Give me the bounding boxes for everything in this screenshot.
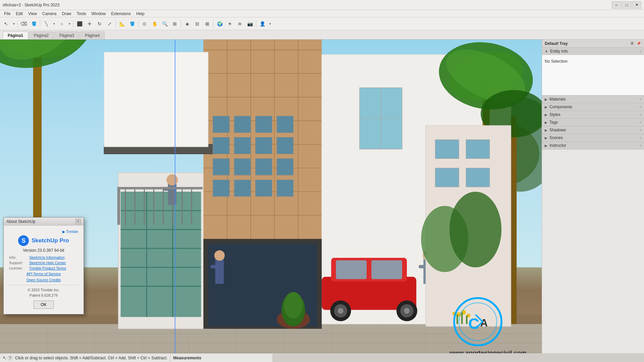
fog-button[interactable]: ≋ xyxy=(235,19,245,28)
push-pull-button[interactable]: ⬛ xyxy=(75,19,84,28)
shapes-tool-button[interactable]: ○ xyxy=(57,19,66,28)
styles-button[interactable]: ◈ xyxy=(182,19,192,28)
section-cuts-button[interactable]: ⊠ xyxy=(203,19,212,28)
product-name: SketchUp Pro xyxy=(32,237,69,244)
svg-rect-67 xyxy=(277,180,293,196)
svg-rect-61 xyxy=(234,159,251,175)
tab-pagina3[interactable]: Página3 xyxy=(54,32,79,39)
toolbar-sep-8 xyxy=(256,20,256,28)
tray-pin-icon[interactable]: 📌 xyxy=(636,41,641,46)
zoom-extents-button[interactable]: ⊞ xyxy=(170,19,179,28)
section-planes-button[interactable]: ⊟ xyxy=(193,19,202,28)
zoom-tool-button[interactable]: 🔍 xyxy=(160,19,169,28)
materials-header[interactable]: ▶ Materials × xyxy=(542,96,644,103)
svg-point-101 xyxy=(214,250,225,261)
svg-text:www.aportesingecivil.com: www.aportesingecivil.com xyxy=(449,349,527,353)
menu-view[interactable]: View xyxy=(25,11,40,17)
svg-rect-56 xyxy=(213,137,229,154)
support-value-link[interactable]: SketchUp Help Center xyxy=(29,261,78,265)
move-tool-button[interactable]: ✛ xyxy=(85,19,94,28)
menu-edit[interactable]: Edit xyxy=(13,11,25,17)
scale-tool-button[interactable]: ⤢ xyxy=(105,19,114,28)
paint-bucket-button[interactable]: 🪣 xyxy=(29,19,39,28)
orbit-tool-button[interactable]: ⊙ xyxy=(140,19,149,28)
shadows-header[interactable]: ▶ Shadows × xyxy=(542,126,644,134)
line-dropdown-button[interactable]: ▾ xyxy=(52,19,56,28)
menu-help[interactable]: Help xyxy=(133,11,147,17)
components-section: ▶ Components × xyxy=(542,103,644,111)
eraser-tool-button[interactable]: ⌫ xyxy=(19,19,29,28)
svg-point-96 xyxy=(404,308,410,314)
shadow-tool-button[interactable]: ☀ xyxy=(225,19,234,28)
about-separator xyxy=(9,285,78,285)
select-tool-button[interactable]: ↖ xyxy=(1,19,11,28)
menu-file[interactable]: File xyxy=(1,11,13,17)
menu-extensions[interactable]: Extensions xyxy=(108,11,133,17)
shapes-dropdown-button[interactable]: ▾ xyxy=(67,19,72,28)
user-account-button[interactable]: 👤 xyxy=(258,19,267,28)
tags-header[interactable]: ▶ Tags × xyxy=(542,119,644,126)
menu-camera[interactable]: Camera xyxy=(40,11,59,17)
about-dialog: About SketchUp × ▶ Trimble S SketchUp Pr… xyxy=(3,217,84,314)
match-photo-button[interactable]: 📷 xyxy=(245,19,255,28)
svg-rect-60 xyxy=(213,159,229,175)
info-value-link[interactable]: SketchUp Information xyxy=(29,255,78,259)
menu-window[interactable]: Window xyxy=(89,11,109,17)
styles-header[interactable]: ▶ Styles × xyxy=(542,111,644,118)
materials-arrow: ▶ xyxy=(545,98,547,101)
components-pin[interactable]: × xyxy=(639,105,641,109)
menu-draw[interactable]: Draw xyxy=(59,11,74,17)
user-dropdown-button[interactable]: ▾ xyxy=(268,19,272,28)
open-source-row: Open Source Credits xyxy=(9,278,78,282)
entity-info-header[interactable]: ▼ Entity Info × xyxy=(542,48,644,55)
open-source-link[interactable]: Open Source Credits xyxy=(26,278,61,282)
geo-location-button[interactable]: 🌍 xyxy=(215,19,224,28)
pan-tool-button[interactable]: ✋ xyxy=(150,19,159,28)
license-row: License: Trimble Product Terms xyxy=(9,266,78,270)
default-tray-header: Default Tray ☰ 📌 xyxy=(542,40,644,48)
menu-tools[interactable]: Tools xyxy=(74,11,89,17)
right-panel: Default Tray ☰ 📌 ▼ Entity Info × No Sele… xyxy=(542,40,644,353)
license-value-link[interactable]: Trimble Product Terms xyxy=(29,266,78,270)
svg-rect-66 xyxy=(256,180,272,196)
line-tool-button[interactable]: ╲ xyxy=(42,19,51,28)
rotate-tool-button[interactable]: ↻ xyxy=(95,19,104,28)
svg-rect-122 xyxy=(461,312,463,324)
tab-pagina2[interactable]: Página2 xyxy=(29,32,54,39)
entity-info-arrow: ▼ xyxy=(545,50,548,53)
select-dropdown-button[interactable]: ▾ xyxy=(11,19,16,28)
entity-info-pin[interactable]: × xyxy=(639,50,641,53)
svg-rect-54 xyxy=(256,116,272,132)
toolbar-sep-4 xyxy=(116,20,116,28)
tags-section: ▶ Tags × xyxy=(542,119,644,126)
instructor-header[interactable]: ▶ Instructor × xyxy=(542,142,644,149)
toolbar-sep-5 xyxy=(138,20,139,28)
3d-viewport[interactable]: C A www.aportesingecivil.com About Sketc… xyxy=(0,40,542,353)
api-terms-link[interactable]: API Terms of Service xyxy=(26,272,61,276)
instructor-pin[interactable]: × xyxy=(639,144,641,147)
svg-rect-123 xyxy=(466,315,467,324)
about-dialog-close-button[interactable]: × xyxy=(75,219,81,224)
maximize-button[interactable]: □ xyxy=(622,1,631,9)
close-button[interactable]: ✕ xyxy=(632,1,641,9)
tape-measure-button[interactable]: 📐 xyxy=(117,19,127,28)
svg-rect-65 xyxy=(234,180,251,196)
tags-pin[interactable]: × xyxy=(639,121,641,124)
copyright-text: © 2023 Trimble Inc. xyxy=(9,288,78,292)
about-ok-button[interactable]: OK xyxy=(34,301,54,309)
components-header[interactable]: ▶ Components × xyxy=(542,103,644,111)
shadows-pin[interactable]: × xyxy=(639,128,641,132)
styles-pin[interactable]: × xyxy=(639,113,641,117)
svg-rect-53 xyxy=(234,116,251,132)
tab-pagina4[interactable]: Página4 xyxy=(80,32,105,39)
scenes-pin[interactable]: × xyxy=(639,136,641,140)
minimize-button[interactable]: ─ xyxy=(612,1,621,9)
materials-pin[interactable]: × xyxy=(639,98,641,101)
components-arrow: ▶ xyxy=(545,105,547,109)
tab-pagina1[interactable]: Página1 xyxy=(3,32,28,39)
svg-point-98 xyxy=(166,174,178,186)
tray-menu-icon[interactable]: ☰ xyxy=(629,41,635,46)
scenes-header[interactable]: ▶ Scenes × xyxy=(542,134,644,141)
shadows-arrow: ▶ xyxy=(545,128,547,132)
paint-tool-button[interactable]: 🪣 xyxy=(127,19,137,28)
